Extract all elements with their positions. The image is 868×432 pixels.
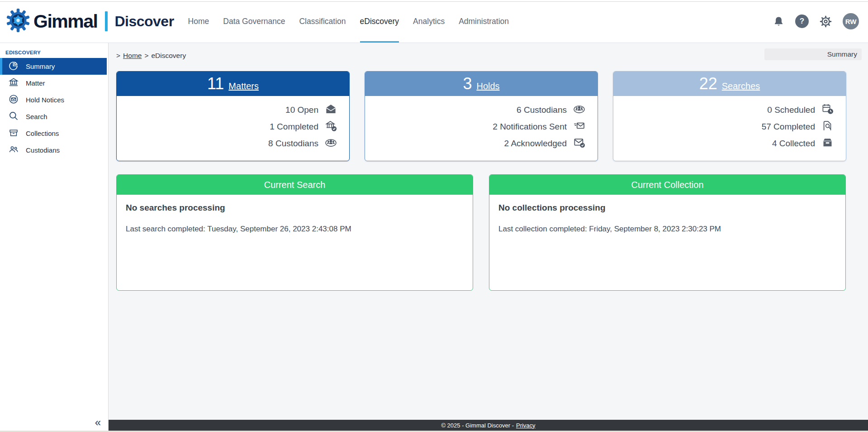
nav-home[interactable]: Home <box>188 0 209 43</box>
stat-row-label: 0 Scheduled <box>767 105 815 115</box>
searches-card-body: 0 Scheduled <box>613 96 846 152</box>
current-search-header: Current Search <box>117 175 473 195</box>
matters-count: 11 <box>207 75 224 93</box>
archive-box-icon <box>821 136 834 151</box>
privacy-link[interactable]: Privacy <box>516 422 536 429</box>
primary-navigation: Home Data Governance Classification eDis… <box>188 0 509 43</box>
searches-card-header: 22 Searches <box>613 72 846 96</box>
matters-link[interactable]: Matters <box>228 81 259 91</box>
sidebar-item-collections[interactable]: Collections <box>2 125 107 142</box>
holds-card-body: 6 Custodians <box>365 96 598 152</box>
searches-card: 22 Searches 0 Scheduled <box>613 71 846 161</box>
stat-row-collected: 4 Collected <box>613 135 834 152</box>
stat-row-completed: 57 Completed <box>613 118 834 135</box>
search-status-detail: Last search completed: Tuesday, Septembe… <box>126 225 464 234</box>
notifications-bell-icon[interactable] <box>773 15 785 28</box>
holds-link[interactable]: Holds <box>476 81 499 91</box>
nav-analytics[interactable]: Analytics <box>413 0 445 43</box>
footer: © 2025 - Gimmal Discover - Privacy <box>109 420 868 431</box>
matters-card: 11 Matters 10 Open <box>116 71 350 161</box>
matters-card-body: 10 Open 1 Completed <box>117 96 349 152</box>
current-collection-body: No collections processing Last collectio… <box>489 195 845 242</box>
gimmal-gear-logo-icon <box>6 9 30 34</box>
brand-name: Gimmal <box>33 11 97 32</box>
breadcrumb-separator: > <box>116 52 120 60</box>
breadcrumb-separator: > <box>144 52 148 60</box>
people-group-icon <box>573 103 585 117</box>
footer-copyright: © 2025 - Gimmal Discover - <box>441 422 514 429</box>
searches-link[interactable]: Searches <box>722 81 760 91</box>
stat-row-label: 2 Acknowledged <box>504 139 567 149</box>
page-body: EDISCOVERY Summary <box>0 43 868 431</box>
stat-row-label: 4 Collected <box>772 139 815 149</box>
breadcrumb: > Home > eDiscovery <box>116 52 186 60</box>
bank-check-icon <box>325 120 337 134</box>
sidebar: EDISCOVERY Summary <box>0 43 109 431</box>
sidebar-item-label: Summary <box>26 62 55 70</box>
collection-status-detail: Last collection completed: Friday, Septe… <box>498 225 836 234</box>
stat-row-label: 57 Completed <box>762 122 815 132</box>
calendar-clock-icon <box>821 103 834 117</box>
holds-card: 3 Holds 6 Custodians <box>365 71 598 161</box>
gimmal-discover-app: Gimmal Discover Home Data Governance Cla… <box>0 0 868 432</box>
matters-card-header: 11 Matters <box>117 72 349 96</box>
logo-divider <box>105 11 108 31</box>
help-icon[interactable]: ? <box>795 14 809 28</box>
sidebar-item-search[interactable]: Search <box>2 108 107 125</box>
holds-card-header: 3 Holds <box>365 72 598 96</box>
status-row: Current Search No searches processing La… <box>116 174 846 291</box>
current-collection-header: Current Collection <box>489 175 845 195</box>
sidebar-item-custodians[interactable]: Custodians <box>2 142 107 158</box>
sidebar-item-label: Custodians <box>26 146 60 154</box>
stat-row-completed: 1 Completed <box>117 118 337 135</box>
settings-gear-icon[interactable] <box>819 15 832 28</box>
sidebar-collapse-button[interactable]: « <box>95 417 101 428</box>
sidebar-item-hold-notices[interactable]: Hold Notices <box>2 91 107 108</box>
sidebar-item-label: Collections <box>26 130 59 137</box>
stat-row-label: 6 Custodians <box>517 105 567 115</box>
search-status-message: No searches processing <box>126 203 464 213</box>
nav-administration[interactable]: Administration <box>459 0 509 43</box>
holds-count: 3 <box>463 75 472 93</box>
breadcrumb-current: eDiscovery <box>151 52 186 60</box>
stat-row-label: 2 Notifications Sent <box>493 122 567 132</box>
product-name: Discover <box>114 13 174 30</box>
magnifier-icon <box>8 110 19 123</box>
sidebar-item-summary[interactable]: Summary <box>2 58 107 75</box>
sidebar-item-label: Search <box>26 113 47 120</box>
stat-row-custodians: 8 Custodians <box>117 135 337 152</box>
current-collection-card: Current Collection No collections proces… <box>489 174 846 291</box>
people-icon <box>8 144 19 156</box>
envelope-open-icon <box>325 103 337 117</box>
nav-classification[interactable]: Classification <box>299 0 346 43</box>
topbar-actions: ? RW <box>773 13 859 29</box>
user-avatar[interactable]: RW <box>843 13 859 29</box>
gimmal-logo[interactable]: Gimmal Discover <box>6 9 174 34</box>
stat-row-label: 10 Open <box>285 105 318 115</box>
nav-data-governance[interactable]: Data Governance <box>223 0 285 43</box>
envelope-check-icon <box>573 136 585 151</box>
nav-ediscovery[interactable]: eDiscovery <box>360 0 399 43</box>
searches-count: 22 <box>699 75 717 93</box>
people-group-icon <box>325 136 337 151</box>
stat-row-notifications-sent: 2 Notifications Sent <box>365 118 585 135</box>
stat-row-scheduled: 0 Scheduled <box>613 101 834 118</box>
breadcrumb-home-link[interactable]: Home <box>123 52 142 60</box>
stat-row-custodians: 6 Custodians <box>365 101 585 118</box>
page-title-badge: Summary <box>764 48 862 60</box>
sidebar-item-label: Matter <box>26 79 45 87</box>
stat-row-acknowledged: 2 Acknowledged <box>365 135 585 152</box>
envelope-send-icon <box>573 120 585 134</box>
current-search-card: Current Search No searches processing La… <box>116 174 473 291</box>
pie-chart-icon <box>8 60 19 72</box>
envelope-circle-icon <box>8 94 19 106</box>
current-search-body: No searches processing Last search compl… <box>117 195 473 242</box>
sidebar-item-matter[interactable]: Matter <box>2 75 107 91</box>
sidebar-item-label: Hold Notices <box>26 96 64 104</box>
document-search-icon <box>821 120 834 134</box>
top-bar: Gimmal Discover Home Data Governance Cla… <box>0 0 868 43</box>
bank-icon <box>8 77 19 89</box>
stats-row: 11 Matters 10 Open <box>116 71 846 161</box>
main-content: > Home > eDiscovery Summary 11 Matters 1… <box>109 43 868 431</box>
stat-row-open: 10 Open <box>117 101 337 118</box>
